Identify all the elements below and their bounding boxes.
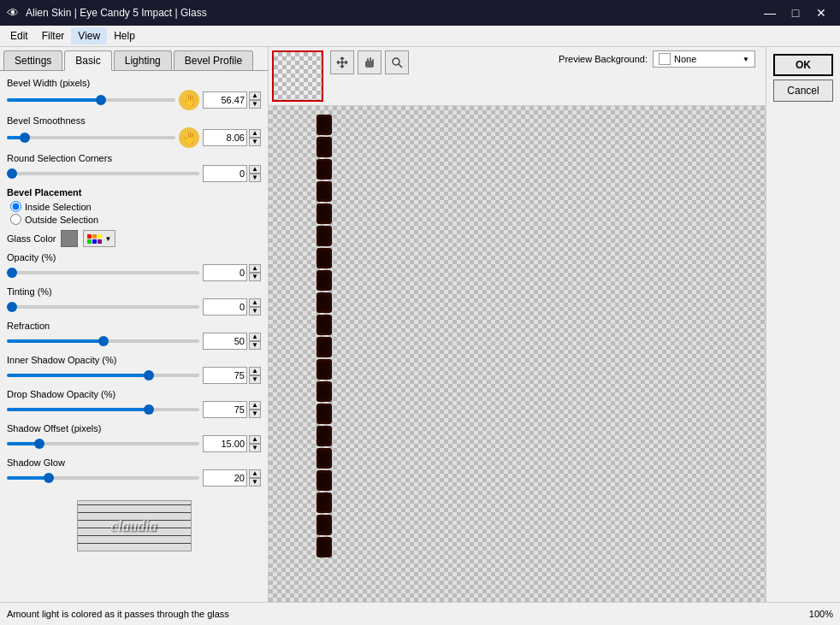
preview-canvas[interactable]	[269, 106, 766, 602]
round-corners-slider[interactable]	[7, 172, 199, 175]
sample-preview-container: claudia	[7, 500, 261, 551]
drop-shadow-opacity-up[interactable]: ▲	[249, 401, 261, 410]
tinting-down[interactable]: ▼	[249, 307, 261, 315]
bg-color-swatch	[659, 53, 671, 65]
shadow-glow-up[interactable]: ▲	[249, 469, 261, 478]
spiral-ring	[316, 181, 332, 202]
spiral-ring	[316, 515, 332, 535]
opacity-input[interactable]: 0	[203, 264, 247, 281]
opacity-control: Opacity (%) 0 ▲ ▼	[7, 252, 261, 281]
menu-bar: Edit Filter View Help	[0, 26, 840, 47]
spiral-ring	[316, 381, 332, 402]
preview-background-value: None	[674, 54, 742, 64]
preview-header: Preview Background: None ▼	[269, 47, 766, 106]
bevel-smoothness-hand-icon: 🤚	[179, 127, 199, 148]
refraction-control: Refraction 50 ▲ ▼	[7, 321, 261, 350]
move-tool-button[interactable]	[330, 50, 354, 74]
preview-background-select[interactable]: None ▼	[653, 50, 755, 68]
tinting-up[interactable]: ▲	[249, 298, 261, 307]
shadow-glow-slider[interactable]	[7, 476, 199, 480]
glass-color-picker-button[interactable]: ▼	[83, 230, 115, 247]
inside-selection-radio[interactable]	[10, 201, 21, 212]
shadow-glow-label: Shadow Glow	[7, 457, 261, 468]
bevel-width-slider[interactable]	[7, 98, 175, 102]
title-bar-text: Alien Skin | Eye Candy 5 Impact | Glass	[26, 7, 207, 19]
spiral-ring	[316, 426, 332, 446]
color-grid-icon	[87, 234, 102, 244]
inner-shadow-opacity-control: Inner Shadow Opacity (%) 75 ▲ ▼	[7, 355, 261, 384]
glass-color-row: Glass Color ▼	[7, 230, 261, 247]
spiral-ring	[316, 315, 332, 335]
bevel-width-label: Bevel Width (pixels)	[7, 78, 261, 88]
menu-edit[interactable]: Edit	[3, 27, 35, 44]
close-button[interactable]: ✕	[809, 3, 833, 22]
drop-shadow-opacity-slider[interactable]	[7, 408, 199, 411]
refraction-input[interactable]: 50	[203, 333, 247, 350]
bevel-smoothness-control: Bevel Smoothness 🤚 8.06 ▲ ▼	[7, 115, 261, 148]
bevel-placement-label: Bevel Placement	[7, 187, 261, 198]
menu-filter[interactable]: Filter	[35, 27, 72, 44]
outside-selection-label: Outside Selection	[25, 215, 98, 225]
refraction-down[interactable]: ▼	[249, 341, 261, 350]
drop-shadow-opacity-label: Drop Shadow Opacity (%)	[7, 389, 261, 399]
shadow-offset-input[interactable]: 15.00	[203, 435, 247, 452]
drop-shadow-opacity-down[interactable]: ▼	[249, 410, 261, 418]
spiral-ring	[316, 292, 332, 313]
round-corners-down[interactable]: ▼	[249, 174, 261, 182]
tab-basic[interactable]: Basic	[64, 50, 111, 71]
inner-shadow-opacity-slider[interactable]	[7, 374, 199, 377]
bevel-width-input[interactable]: 56.47	[203, 91, 247, 109]
move-icon	[335, 56, 349, 69]
tab-settings[interactable]: Settings	[3, 50, 62, 70]
outside-selection-radio[interactable]	[10, 214, 21, 225]
shadow-offset-up[interactable]: ▲	[249, 435, 261, 444]
bevel-smoothness-down[interactable]: ▼	[249, 138, 261, 146]
status-message: Amount light is colored as it passes thr…	[7, 609, 229, 619]
bevel-smoothness-label: Bevel Smoothness	[7, 115, 261, 126]
drop-shadow-opacity-input[interactable]: 75	[203, 401, 247, 418]
inner-shadow-opacity-up[interactable]: ▲	[249, 367, 261, 375]
shadow-glow-input[interactable]: 20	[203, 469, 247, 486]
menu-help[interactable]: Help	[107, 27, 142, 44]
opacity-slider[interactable]	[7, 271, 199, 274]
shadow-offset-label: Shadow Offset (pixels)	[7, 423, 261, 433]
zoom-tool-button[interactable]	[385, 50, 409, 74]
cancel-button[interactable]: Cancel	[773, 80, 833, 102]
round-corners-up[interactable]: ▲	[249, 165, 261, 174]
shadow-glow-down[interactable]: ▼	[249, 478, 261, 486]
minimize-button[interactable]: —	[758, 3, 782, 22]
menu-view[interactable]: View	[71, 27, 107, 44]
spiral-ring	[316, 448, 332, 469]
tinting-slider[interactable]	[7, 305, 199, 309]
bevel-placement-radio-group: Inside Selection Outside Selection	[10, 201, 261, 225]
shadow-offset-down[interactable]: ▼	[249, 444, 261, 452]
tinting-control: Tinting (%) 0 ▲ ▼	[7, 286, 261, 315]
refraction-up[interactable]: ▲	[249, 333, 261, 341]
shadow-offset-slider[interactable]	[7, 442, 199, 445]
opacity-up[interactable]: ▲	[249, 264, 261, 273]
tab-bevel-profile[interactable]: Bevel Profile	[174, 50, 253, 70]
bevel-smoothness-up[interactable]: ▲	[249, 129, 261, 138]
sample-text-box: claudia	[77, 500, 192, 551]
refraction-slider[interactable]	[7, 339, 199, 343]
svg-rect-3	[372, 59, 374, 62]
bevel-smoothness-slider[interactable]	[7, 136, 175, 139]
color-picker-chevron: ▼	[104, 235, 111, 243]
hand-tool-button[interactable]	[358, 50, 382, 74]
bevel-width-up[interactable]: ▲	[249, 91, 261, 100]
maximize-button[interactable]: □	[784, 3, 807, 22]
title-bar: 👁 Alien Skin | Eye Candy 5 Impact | Glas…	[0, 0, 840, 26]
inner-shadow-opacity-input[interactable]: 75	[203, 367, 247, 384]
ok-button[interactable]: OK	[773, 54, 833, 76]
bevel-smoothness-input[interactable]: 8.06	[203, 129, 247, 146]
inner-shadow-opacity-down[interactable]: ▼	[249, 375, 261, 384]
tab-lighting[interactable]: Lighting	[114, 50, 172, 70]
round-corners-input[interactable]: 0	[203, 165, 247, 182]
bevel-width-down[interactable]: ▼	[249, 100, 261, 109]
opacity-down[interactable]: ▼	[249, 273, 261, 281]
svg-line-5	[399, 64, 402, 68]
spiral-ring	[316, 537, 332, 557]
glass-color-swatch[interactable]	[61, 230, 78, 247]
tinting-input[interactable]: 0	[203, 298, 247, 315]
bevel-width-hand-icon: 🤚	[179, 90, 199, 110]
